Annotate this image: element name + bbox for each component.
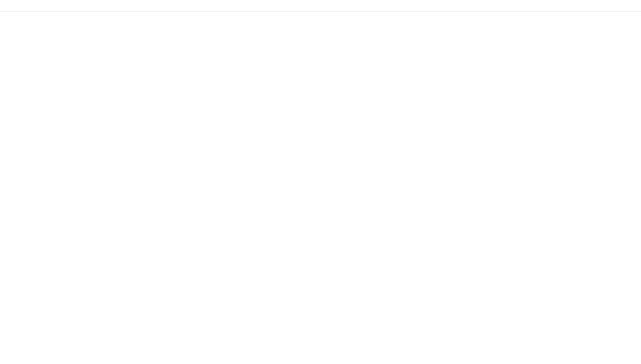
index-section [0,0,641,12]
diagram [0,18,641,320]
